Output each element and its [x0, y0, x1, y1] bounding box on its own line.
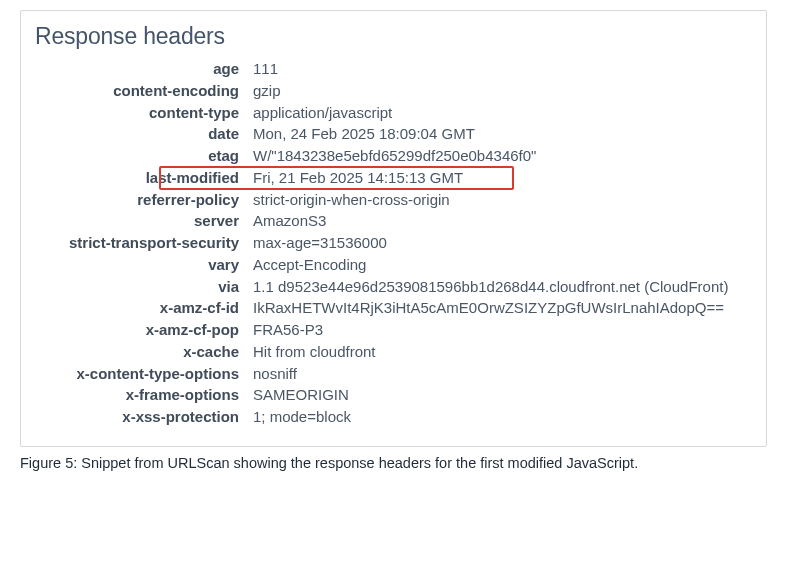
header-row: referrer-policystrict-origin-when-cross-… — [35, 189, 752, 211]
header-name: via — [35, 276, 253, 298]
header-name: vary — [35, 254, 253, 276]
header-name: x-xss-protection — [35, 406, 253, 428]
header-value: AmazonS3 — [253, 210, 752, 232]
figure-container: Response headers age111content-encodingg… — [0, 10, 787, 571]
header-value: W/"1843238e5ebfd65299df250e0b4346f0" — [253, 145, 752, 167]
header-name: x-cache — [35, 341, 253, 363]
header-value: Mon, 24 Feb 2025 18:09:04 GMT — [253, 123, 752, 145]
header-name: x-amz-cf-id — [35, 297, 253, 319]
header-name: x-amz-cf-pop — [35, 319, 253, 341]
header-row: dateMon, 24 Feb 2025 18:09:04 GMT — [35, 123, 752, 145]
header-value: 1.1 d9523e44e96d2539081596bb1d268d44.clo… — [253, 276, 752, 298]
header-row: last-modifiedFri, 21 Feb 2025 14:15:13 G… — [35, 167, 752, 189]
header-row: x-amz-cf-idIkRaxHETWvIt4RjK3iHtA5cAmE0Or… — [35, 297, 752, 319]
header-row: content-typeapplication/javascript — [35, 102, 752, 124]
header-row: x-cacheHit from cloudfront — [35, 341, 752, 363]
header-name: etag — [35, 145, 253, 167]
header-value: IkRaxHETWvIt4RjK3iHtA5cAmE0OrwZSIZYZpGfU… — [253, 297, 752, 319]
header-value: Accept-Encoding — [253, 254, 752, 276]
header-name: last-modified — [35, 167, 253, 189]
header-value: nosniff — [253, 363, 752, 385]
header-name: content-type — [35, 102, 253, 124]
response-headers-panel: Response headers age111content-encodingg… — [20, 10, 767, 447]
header-name: strict-transport-security — [35, 232, 253, 254]
header-row: serverAmazonS3 — [35, 210, 752, 232]
header-value: FRA56-P3 — [253, 319, 752, 341]
header-name: referrer-policy — [35, 189, 253, 211]
header-row: x-amz-cf-popFRA56-P3 — [35, 319, 752, 341]
header-row: x-xss-protection1; mode=block — [35, 406, 752, 428]
header-value: application/javascript — [253, 102, 752, 124]
header-value: 111 — [253, 58, 752, 80]
header-name: content-encoding — [35, 80, 253, 102]
panel-title: Response headers — [21, 11, 766, 58]
header-row: via1.1 d9523e44e96d2539081596bb1d268d44.… — [35, 276, 752, 298]
header-row: x-frame-optionsSAMEORIGIN — [35, 384, 752, 406]
header-value: SAMEORIGIN — [253, 384, 752, 406]
header-row: varyAccept-Encoding — [35, 254, 752, 276]
header-value: gzip — [253, 80, 752, 102]
header-name: age — [35, 58, 253, 80]
header-row: content-encodinggzip — [35, 80, 752, 102]
header-name: server — [35, 210, 253, 232]
header-value: strict-origin-when-cross-origin — [253, 189, 752, 211]
headers-table: age111content-encodinggzipcontent-typeap… — [21, 58, 766, 446]
header-row: strict-transport-securitymax-age=3153600… — [35, 232, 752, 254]
header-row: x-content-type-optionsnosniff — [35, 363, 752, 385]
header-value: Fri, 21 Feb 2025 14:15:13 GMT — [253, 167, 752, 189]
header-value: Hit from cloudfront — [253, 341, 752, 363]
header-row: etagW/"1843238e5ebfd65299df250e0b4346f0" — [35, 145, 752, 167]
figure-caption: Figure 5: Snippet from URLScan showing t… — [20, 455, 767, 471]
header-name: x-frame-options — [35, 384, 253, 406]
header-value: max-age=31536000 — [253, 232, 752, 254]
header-row: age111 — [35, 58, 752, 80]
header-value: 1; mode=block — [253, 406, 752, 428]
header-name: date — [35, 123, 253, 145]
header-name: x-content-type-options — [35, 363, 253, 385]
